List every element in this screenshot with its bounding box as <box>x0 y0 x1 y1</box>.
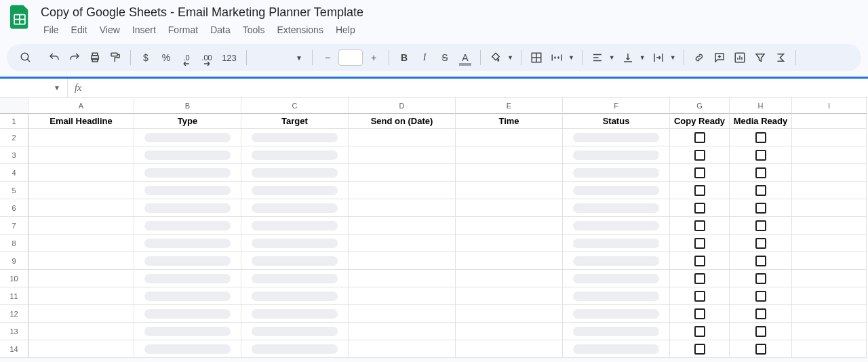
checkbox[interactable] <box>694 185 705 196</box>
cell-H11[interactable] <box>730 287 792 305</box>
column-header-H[interactable]: H <box>730 98 792 114</box>
cell-B14[interactable] <box>134 340 241 358</box>
checkbox[interactable] <box>755 273 766 284</box>
dropdown-chip[interactable] <box>252 186 338 195</box>
cell-B1[interactable]: Type <box>134 114 241 129</box>
cell-H13[interactable] <box>730 323 792 340</box>
more-formats-button[interactable]: 123 <box>218 48 241 67</box>
cell-A8[interactable] <box>28 235 134 252</box>
v-align-caret[interactable]: ▼ <box>637 54 648 61</box>
wrap-caret[interactable]: ▼ <box>668 54 678 61</box>
dropdown-chip[interactable] <box>573 344 659 354</box>
document-title[interactable]: Copy of Google Sheets - Email Marketing … <box>38 4 366 21</box>
dropdown-chip[interactable] <box>573 133 659 142</box>
cell-D5[interactable] <box>349 182 456 199</box>
checkbox[interactable] <box>694 132 705 143</box>
cell-E14[interactable] <box>456 340 563 358</box>
decrease-decimal-button[interactable]: .0 <box>177 48 196 67</box>
cell-C13[interactable] <box>241 323 349 340</box>
format-currency-button[interactable]: $ <box>136 48 155 67</box>
cell-D11[interactable] <box>349 287 456 305</box>
cell-G10[interactable] <box>670 270 730 287</box>
column-header-I[interactable]: I <box>792 98 867 114</box>
dropdown-chip[interactable] <box>144 344 231 354</box>
undo-icon[interactable] <box>45 48 64 67</box>
dropdown-chip[interactable] <box>573 221 659 230</box>
menu-view[interactable]: View <box>94 22 125 37</box>
row-header-10[interactable]: 10 <box>0 270 28 287</box>
cell-G14[interactable] <box>670 340 730 358</box>
horizontal-align-button[interactable] <box>588 48 607 67</box>
cell-C10[interactable] <box>241 270 349 287</box>
checkbox[interactable] <box>694 291 705 302</box>
cell-F14[interactable] <box>563 340 670 358</box>
insert-comment-button[interactable] <box>710 48 729 67</box>
cell-I5[interactable] <box>792 182 867 199</box>
cell-C5[interactable] <box>241 182 349 199</box>
dropdown-chip[interactable] <box>252 203 338 213</box>
cell-F13[interactable] <box>563 323 670 340</box>
dropdown-chip[interactable] <box>573 168 659 178</box>
increase-decimal-button[interactable]: .00 <box>197 48 216 67</box>
column-header-F[interactable]: F <box>563 98 670 114</box>
cell-B4[interactable] <box>134 164 241 182</box>
merge-cells-button[interactable] <box>547 48 566 67</box>
cell-B12[interactable] <box>134 305 241 323</box>
cell-D12[interactable] <box>349 305 456 323</box>
cell-D14[interactable] <box>349 340 456 358</box>
cell-F10[interactable] <box>563 270 670 287</box>
cell-A4[interactable] <box>28 164 134 182</box>
cell-A9[interactable] <box>28 252 134 270</box>
cell-D8[interactable] <box>349 235 456 252</box>
cell-G1[interactable]: Copy Ready <box>670 114 730 129</box>
cell-G4[interactable] <box>670 164 730 182</box>
cell-A1[interactable]: Email Headline <box>28 114 134 129</box>
checkbox[interactable] <box>755 185 766 196</box>
fill-color-caret[interactable]: ▼ <box>505 54 515 61</box>
dropdown-chip[interactable] <box>144 221 231 230</box>
cell-E7[interactable] <box>456 217 563 235</box>
cell-H10[interactable] <box>730 270 792 287</box>
dropdown-chip[interactable] <box>144 291 231 301</box>
checkbox[interactable] <box>755 308 766 319</box>
cell-I9[interactable] <box>792 252 867 270</box>
cell-H1[interactable]: Media Ready <box>730 114 792 129</box>
dropdown-chip[interactable] <box>144 168 231 178</box>
dropdown-chip[interactable] <box>144 239 231 248</box>
decrease-font-button[interactable]: − <box>318 48 337 67</box>
cell-G7[interactable] <box>670 217 730 235</box>
cell-I14[interactable] <box>792 340 867 358</box>
cell-E1[interactable]: Time <box>456 114 563 129</box>
checkbox[interactable] <box>694 150 705 161</box>
increase-font-button[interactable]: + <box>364 48 383 67</box>
dropdown-chip[interactable] <box>252 274 338 283</box>
column-header-E[interactable]: E <box>456 98 563 114</box>
cell-I1[interactable] <box>792 114 867 129</box>
column-header-C[interactable]: C <box>241 98 349 114</box>
dropdown-chip[interactable] <box>144 309 231 319</box>
cell-F12[interactable] <box>563 305 670 323</box>
cell-H4[interactable] <box>730 164 792 182</box>
cell-I4[interactable] <box>792 164 867 182</box>
cell-F5[interactable] <box>563 182 670 199</box>
cell-F3[interactable] <box>563 146 670 164</box>
cell-F11[interactable] <box>563 287 670 305</box>
cell-C2[interactable] <box>241 129 349 146</box>
menu-tools[interactable]: Tools <box>237 22 271 37</box>
column-header-G[interactable]: G <box>670 98 730 114</box>
insert-chart-button[interactable] <box>730 48 749 67</box>
menu-edit[interactable]: Edit <box>66 22 93 37</box>
cell-B6[interactable] <box>134 199 241 217</box>
dropdown-chip[interactable] <box>573 291 659 301</box>
cell-F6[interactable] <box>563 199 670 217</box>
row-header-6[interactable]: 6 <box>0 199 28 217</box>
cell-C8[interactable] <box>241 235 349 252</box>
cell-E12[interactable] <box>456 305 563 323</box>
checkbox[interactable] <box>755 344 766 355</box>
checkbox[interactable] <box>694 203 705 214</box>
name-box[interactable]: ▼ <box>0 79 68 97</box>
functions-button[interactable] <box>771 48 790 67</box>
cell-C7[interactable] <box>241 217 349 235</box>
dropdown-chip[interactable] <box>252 309 338 319</box>
cell-H5[interactable] <box>730 182 792 199</box>
